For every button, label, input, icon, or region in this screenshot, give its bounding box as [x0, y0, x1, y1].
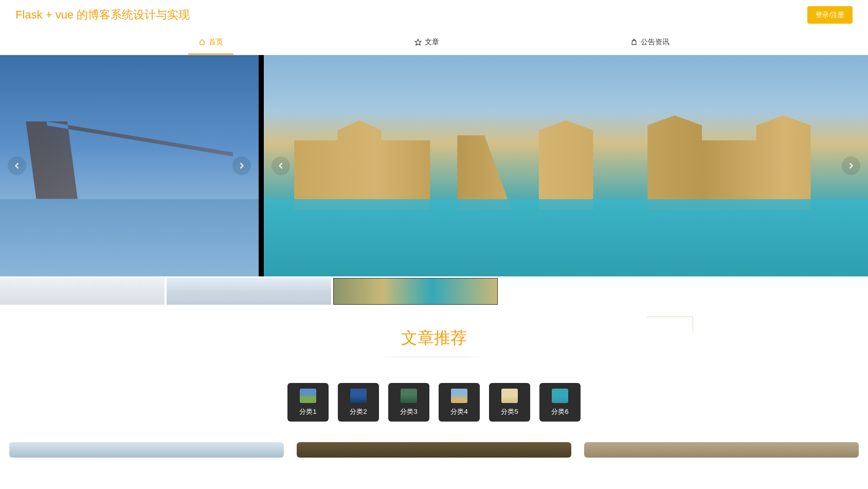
carousel-image-palace: [264, 55, 868, 276]
tab-label: 公告资讯: [641, 38, 670, 47]
category-image: [401, 389, 417, 403]
category-image: [501, 389, 518, 403]
carousel-thumbnails: [0, 276, 868, 306]
site-title: Flask + vue 的博客系统设计与实现: [15, 7, 190, 23]
thumbnail-2[interactable]: [167, 278, 331, 305]
category-card-1[interactable]: 分类1: [287, 383, 329, 422]
carousel-next-main-panel[interactable]: [842, 156, 860, 175]
star-icon: [414, 39, 422, 46]
article-card-1[interactable]: [9, 442, 284, 458]
thumbnail-3[interactable]: [333, 278, 498, 305]
category-card-5[interactable]: 分类5: [489, 383, 530, 422]
tab-label: 文章: [425, 38, 439, 47]
category-label: 分类5: [501, 407, 518, 416]
carousel-panel-main: [264, 55, 868, 276]
bag-icon: [630, 39, 638, 46]
category-image: [300, 389, 316, 403]
category-image: [451, 389, 467, 403]
category-card-2[interactable]: 分类2: [338, 383, 379, 422]
category-grid: 分类1 分类2 分类3 分类4 分类5 分类6: [0, 373, 868, 437]
category-label: 分类3: [400, 407, 417, 416]
home-icon: [198, 39, 206, 46]
articles-grid: [0, 437, 868, 458]
tab-home[interactable]: 首页: [188, 30, 233, 55]
svg-marker-0: [415, 39, 421, 45]
category-image: [350, 389, 367, 403]
login-register-button[interactable]: 登录/注册: [807, 6, 853, 24]
image-carousel: [0, 55, 868, 276]
category-card-6[interactable]: 分类6: [539, 383, 581, 422]
carousel-image-bridge: [0, 55, 259, 276]
category-card-4[interactable]: 分类4: [439, 383, 480, 422]
tab-label: 首页: [209, 38, 223, 47]
decoration-corner: [647, 317, 693, 332]
carousel-panel-left: [0, 55, 259, 276]
article-card-3[interactable]: [584, 442, 859, 458]
category-card-3[interactable]: 分类3: [388, 383, 429, 422]
page-header: Flask + vue 的博客系统设计与实现 登录/注册: [0, 0, 868, 30]
category-image: [552, 389, 568, 403]
carousel-next-left-panel[interactable]: [232, 156, 251, 175]
carousel-prev-main-panel[interactable]: [272, 156, 290, 175]
article-card-2[interactable]: [297, 442, 571, 458]
category-label: 分类4: [450, 407, 467, 416]
tab-articles[interactable]: 文章: [404, 30, 449, 55]
tab-announcements[interactable]: 公告资讯: [620, 30, 680, 55]
category-label: 分类1: [299, 407, 316, 416]
main-navigation: 首页 文章 公告资讯: [0, 30, 868, 55]
category-label: 分类6: [551, 407, 568, 416]
category-label: 分类2: [350, 407, 367, 416]
thumbnail-1[interactable]: [0, 278, 165, 305]
carousel-prev-left-panel[interactable]: [8, 156, 26, 175]
section-title: 文章推荐: [401, 327, 467, 357]
section-header-wrapper: 文章推荐: [0, 306, 868, 373]
